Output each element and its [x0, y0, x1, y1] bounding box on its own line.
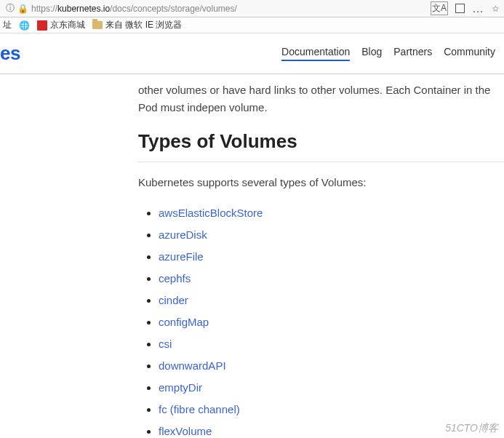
bookmark-item-jd[interactable]: 京东商城: [37, 19, 85, 31]
volume-link[interactable]: awsElasticBlockStore: [159, 207, 263, 219]
subtext: Kubernetes supports several types of Vol…: [138, 174, 504, 191]
volume-link[interactable]: cephfs: [159, 272, 191, 284]
url-right-icons: 文A … ☆: [431, 1, 500, 15]
volume-link[interactable]: azureDisk: [159, 228, 207, 241]
list-item: azureDisk: [159, 226, 504, 244]
watermark: 51CTO博客: [445, 422, 498, 435]
nav-documentation[interactable]: Documentation: [281, 46, 350, 61]
heading-types-of-volumes: Types of Volumes: [138, 127, 504, 162]
volume-link[interactable]: azureFile: [159, 250, 204, 263]
nav-blog[interactable]: Blog: [361, 46, 382, 61]
list-item: csi: [159, 335, 504, 353]
list-item: awsElasticBlockStore: [159, 204, 504, 222]
list-item: azureFile: [159, 248, 504, 266]
para-continuation: other volumes or have hard links to othe…: [138, 81, 504, 116]
globe-icon: 🌐: [19, 20, 30, 31]
list-item: cephfs: [159, 270, 504, 287]
bookmark-item-globe[interactable]: 🌐: [19, 20, 30, 31]
browser-url-bar: ⓘ 🔒 https://kubernetes.io/docs/concepts/…: [0, 0, 504, 17]
bookmark-jd-label: 京东商城: [50, 19, 85, 31]
more-menu-icon[interactable]: …: [472, 2, 484, 15]
volume-link[interactable]: flexVolume: [159, 425, 212, 437]
volume-link[interactable]: downwardAPI: [159, 359, 226, 372]
volume-link[interactable]: emptyDir: [159, 381, 202, 394]
nav-community[interactable]: Community: [444, 46, 495, 61]
bookmark-folder-label: 来自 微软 IE 浏览器: [105, 19, 182, 31]
site-logo-fragment[interactable]: es: [0, 42, 20, 65]
translate-icon[interactable]: 文A: [431, 1, 448, 15]
list-item: fc (fibre channel): [159, 401, 504, 418]
list-item: emptyDir: [159, 379, 504, 397]
star-icon[interactable]: ☆: [492, 4, 500, 14]
list-item: cinder: [159, 292, 504, 309]
volume-link[interactable]: fc (fibre channel): [159, 403, 240, 415]
site-nav: Documentation Blog Partners Community: [281, 46, 495, 61]
info-icon[interactable]: ⓘ: [6, 2, 15, 15]
list-item: downwardAPI: [159, 357, 504, 375]
bookmark-item-folder[interactable]: 来自 微软 IE 浏览器: [92, 19, 182, 31]
volume-link[interactable]: cinder: [159, 294, 188, 306]
list-item: configMap: [159, 314, 504, 331]
volume-link[interactable]: csi: [159, 338, 172, 350]
page-content: other volumes or have hard links to othe…: [0, 74, 504, 438]
url-host: kubernetes.io: [57, 4, 110, 14]
site-header: es Documentation Blog Partners Community: [0, 33, 504, 74]
volume-types-list: awsElasticBlockStore azureDisk azureFile…: [138, 204, 504, 438]
nav-partners[interactable]: Partners: [393, 46, 432, 61]
url-path: /docs/concepts/storage/volumes/: [110, 4, 237, 14]
reader-mode-icon[interactable]: [455, 4, 465, 13]
folder-icon: [92, 21, 103, 29]
url-scheme: https://: [31, 4, 57, 14]
bookmarks-bar: 址 🌐 京东商城 来自 微软 IE 浏览器: [0, 17, 504, 33]
url-text[interactable]: https://kubernetes.io/docs/concepts/stor…: [31, 4, 431, 14]
bookmark-1-label: 址: [3, 19, 12, 31]
jd-icon: [37, 20, 47, 31]
watermark-text: 51CTO博客: [445, 422, 498, 434]
bookmark-item-1[interactable]: 址: [3, 19, 12, 31]
volume-link[interactable]: configMap: [159, 316, 209, 328]
lock-icon[interactable]: 🔒: [17, 4, 28, 14]
